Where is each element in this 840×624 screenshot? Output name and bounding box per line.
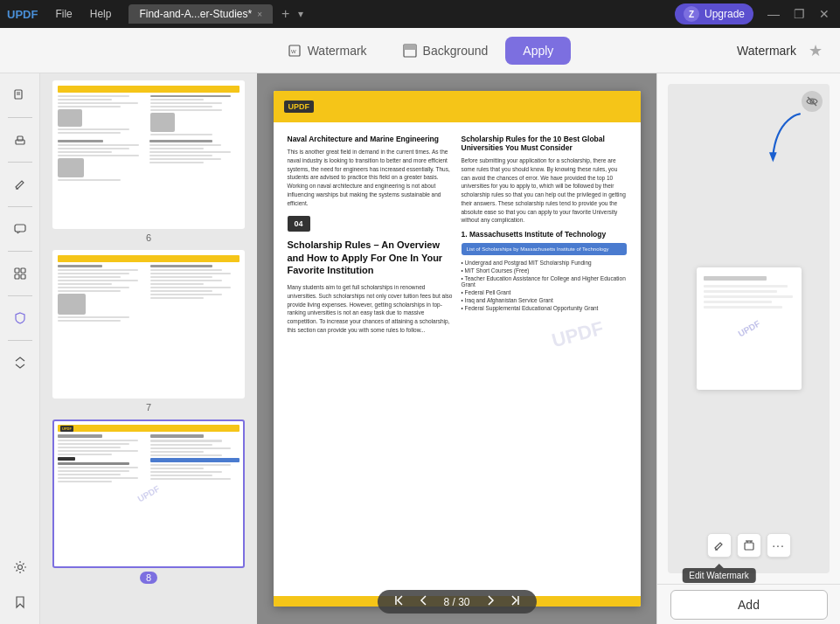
- arrow-pointer: [768, 110, 812, 175]
- last-page-btn[interactable]: [505, 594, 524, 609]
- pdf-logo: UPDF: [284, 101, 315, 113]
- thumb-page-6-img: [52, 80, 245, 229]
- bullet-0: • Undergrad and Postgrad MIT Scholarship…: [462, 260, 627, 266]
- tab-close-btn[interactable]: ×: [257, 10, 262, 19]
- user-avatar: Z: [684, 6, 699, 22]
- first-page-btn[interactable]: [389, 594, 408, 609]
- thumbnail-page-6[interactable]: 6: [47, 80, 250, 243]
- minimize-btn[interactable]: —: [764, 5, 783, 23]
- tab-label: Find-and-A...er-Studies*: [139, 8, 252, 20]
- main-area: 6: [0, 73, 840, 624]
- menu-file[interactable]: File: [48, 6, 79, 22]
- mit-title: 1. Massachusetts Institute of Technology: [462, 230, 627, 239]
- divider-3: [8, 206, 32, 207]
- tool-organize[interactable]: [5, 259, 35, 288]
- hide-watermark-btn[interactable]: [802, 91, 823, 112]
- toolbar: W Watermark Background Apply Watermark ★: [0, 28, 840, 73]
- chapter-box: 04: [288, 216, 310, 232]
- tab-bar: Find-and-A...er-Studies* × + ▾: [128, 4, 401, 24]
- more-options-btn[interactable]: ···: [767, 533, 791, 558]
- page-indicator: 8 / 30: [438, 596, 475, 608]
- pdf-right-col: Scholarship Rules for the 10 Best Global…: [462, 135, 627, 340]
- page-number-6: 6: [146, 232, 151, 243]
- add-watermark-btn[interactable]: Add: [670, 590, 828, 620]
- right-section-title: Scholarship Rules for the 10 Best Global…: [462, 135, 627, 152]
- tool-settings[interactable]: [5, 552, 35, 582]
- svg-rect-22: [745, 543, 753, 550]
- bullets-list: • Undergrad and Postgrad MIT Scholarship…: [462, 260, 627, 311]
- svg-rect-10: [15, 225, 25, 232]
- thumbnail-page-8[interactable]: UPDF: [47, 419, 250, 584]
- background-icon: [402, 43, 418, 59]
- svg-marker-18: [769, 152, 777, 162]
- bullet-1: • MIT Short Courses (Free): [462, 267, 627, 274]
- watermark-preview-area: UPDF Edit Watermark: [668, 84, 830, 573]
- window-controls: — ❐ ✕: [764, 5, 833, 23]
- tool-stamp[interactable]: [5, 125, 35, 155]
- menu-help[interactable]: Help: [83, 6, 119, 22]
- close-btn[interactable]: ✕: [816, 5, 833, 23]
- divider-6: [8, 340, 32, 341]
- svg-rect-12: [21, 268, 25, 273]
- upgrade-label: Upgrade: [705, 8, 745, 20]
- thumb-page-8-img: UPDF: [52, 419, 245, 568]
- thumbnails-panel: 6: [40, 73, 257, 624]
- pdf-left-col: Naval Architecture and Marine Engineerin…: [288, 135, 453, 340]
- prev-page-btn[interactable]: [413, 594, 433, 609]
- tab-document[interactable]: Find-and-A...er-Studies* ×: [128, 4, 273, 24]
- titlebar: UPDF File Help Find-and-A...er-Studies* …: [0, 0, 840, 28]
- divider-2: [8, 162, 32, 163]
- watermark-label: Watermark: [308, 44, 367, 58]
- tool-comments[interactable]: [5, 214, 35, 244]
- watermark-preview-card: UPDF: [697, 267, 802, 390]
- pagination-bar: 8 / 30: [377, 590, 536, 614]
- svg-rect-14: [21, 274, 25, 279]
- add-tab-btn[interactable]: +: [276, 4, 295, 24]
- pdf-viewer[interactable]: UPDF Naval Architecture and Marine Engin…: [257, 73, 656, 624]
- upgrade-btn[interactable]: Z Upgrade: [675, 3, 753, 24]
- thumb-page-7-img: [52, 250, 245, 399]
- tool-security[interactable]: [5, 303, 35, 333]
- next-page-btn[interactable]: [481, 594, 500, 609]
- current-page: 8: [443, 596, 449, 608]
- tool-convert[interactable]: [5, 348, 35, 378]
- tool-bookmark[interactable]: [5, 587, 35, 617]
- watermark-preview-text: UPDF: [736, 318, 761, 338]
- thumb-watermark: UPDF: [135, 483, 161, 503]
- add-watermark-section: Add: [657, 584, 840, 624]
- add-label: Add: [738, 598, 760, 612]
- right-body-text: Before submitting your application for a…: [462, 156, 627, 225]
- total-pages: 30: [458, 596, 469, 608]
- background-btn[interactable]: Background: [385, 36, 506, 66]
- page-number-7: 7: [146, 402, 151, 413]
- divider-5: [8, 295, 32, 296]
- tabs-dropdown-btn[interactable]: ▾: [298, 8, 303, 20]
- favorite-icon[interactable]: ★: [809, 41, 823, 60]
- bullet-4: • Iraq and Afghanistan Service Grant: [462, 297, 627, 303]
- watermark-icon: W: [287, 43, 302, 59]
- maximize-btn[interactable]: ❐: [790, 5, 809, 23]
- thumbnail-page-7[interactable]: 7: [47, 250, 250, 413]
- svg-text:W: W: [291, 49, 296, 54]
- pdf-header: UPDF: [274, 91, 641, 122]
- pdf-content: Naval Architecture and Marine Engineerin…: [274, 122, 641, 352]
- watermark-action-buttons: Edit Watermark ···: [707, 533, 791, 558]
- divider-1: [8, 117, 32, 118]
- pdf-page: UPDF Naval Architecture and Marine Engin…: [274, 91, 641, 607]
- panel-title: Watermark: [737, 44, 796, 58]
- main-title: Scholarship Rules – An Overview and How …: [288, 239, 453, 276]
- background-label: Background: [423, 44, 489, 58]
- app-logo: UPDF: [7, 8, 38, 21]
- apply-label: Apply: [523, 44, 553, 58]
- delete-watermark-btn[interactable]: [737, 533, 761, 558]
- tool-edit[interactable]: [5, 170, 35, 199]
- bullet-5: • Federal Supplemental Educational Oppor…: [462, 305, 627, 311]
- svg-rect-13: [15, 274, 19, 279]
- bullet-3: • Federal Pell Grant: [462, 289, 627, 295]
- apply-btn[interactable]: Apply: [505, 37, 571, 65]
- edit-watermark-btn[interactable]: Edit Watermark: [707, 533, 732, 558]
- tool-pages[interactable]: [5, 80, 35, 110]
- main-body: Many students aim to get full scholarshi…: [288, 283, 453, 335]
- left-section-title: Naval Architecture and Marine Engineerin…: [288, 135, 453, 143]
- watermark-btn[interactable]: W Watermark: [269, 36, 385, 66]
